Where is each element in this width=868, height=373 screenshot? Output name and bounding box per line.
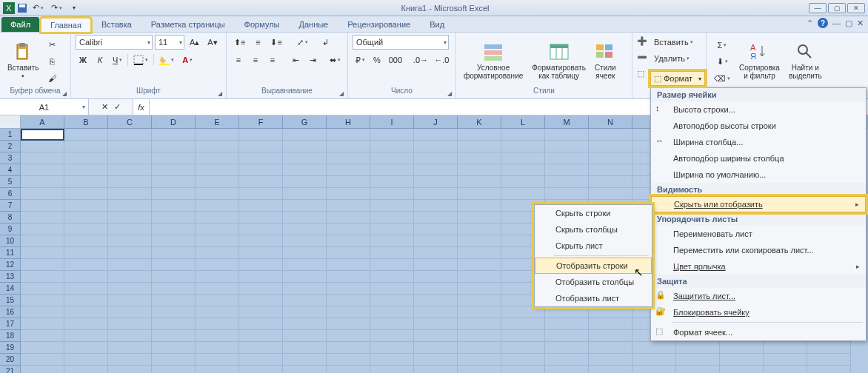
row-header[interactable]: 17	[0, 318, 21, 330]
col-header[interactable]: A	[21, 115, 64, 129]
menu-move-copy-sheet[interactable]: Переместить или скопировать лист...	[651, 242, 866, 258]
cell[interactable]	[370, 295, 414, 306]
cell[interactable]	[414, 152, 458, 164]
cell[interactable]	[458, 271, 501, 283]
row-header[interactable]: 18	[0, 330, 21, 342]
cell[interactable]	[283, 188, 327, 200]
cell[interactable]	[108, 354, 152, 366]
cell[interactable]	[676, 354, 720, 366]
cell[interactable]	[152, 164, 196, 176]
row-header[interactable]: 12	[0, 259, 21, 271]
font-launcher-icon[interactable]: ◢	[216, 89, 224, 98]
align-top-button[interactable]: ⬆≡	[231, 35, 248, 50]
cell[interactable]	[64, 330, 108, 342]
cell[interactable]	[327, 141, 370, 152]
cell[interactable]	[458, 129, 501, 141]
cell[interactable]	[545, 342, 589, 354]
cell[interactable]	[414, 235, 458, 247]
find-select-button[interactable]: Найти и выделить	[786, 34, 825, 87]
cell[interactable]	[414, 295, 458, 306]
cell[interactable]	[152, 188, 196, 200]
cell[interactable]	[501, 354, 545, 366]
row-header[interactable]: 15	[0, 295, 21, 306]
cell[interactable]	[108, 235, 152, 247]
cell[interactable]	[283, 200, 327, 212]
cell[interactable]	[108, 188, 152, 200]
cell[interactable]	[414, 188, 458, 200]
cell[interactable]	[64, 271, 108, 283]
cell[interactable]	[283, 306, 327, 318]
align-center-button[interactable]: ≡	[248, 53, 263, 67]
cell[interactable]	[283, 295, 327, 306]
cell[interactable]	[327, 306, 370, 318]
cell[interactable]	[414, 224, 458, 235]
cell[interactable]	[64, 318, 108, 330]
cell[interactable]	[589, 176, 632, 188]
cell[interactable]	[196, 330, 239, 342]
row-header[interactable]: 5	[0, 176, 21, 188]
cell[interactable]	[64, 247, 108, 259]
cell[interactable]	[327, 330, 370, 342]
menu-autofit-row[interactable]: Автоподбор высоты строки	[651, 118, 866, 134]
menu-default-width[interactable]: Ширина по умолчанию...	[651, 167, 866, 183]
cell[interactable]	[327, 295, 370, 306]
cell[interactable]	[458, 200, 501, 212]
cell[interactable]	[64, 176, 108, 188]
cell[interactable]	[370, 235, 414, 247]
cell[interactable]	[239, 164, 283, 176]
cell[interactable]	[458, 318, 501, 330]
row-header[interactable]: 14	[0, 283, 21, 295]
cell[interactable]	[327, 164, 370, 176]
cell[interactable]	[152, 354, 196, 366]
cell[interactable]	[196, 295, 239, 306]
cell[interactable]	[501, 306, 545, 318]
cell[interactable]	[283, 342, 327, 354]
inner-restore-button[interactable]: ▢	[845, 19, 852, 28]
cell[interactable]	[108, 295, 152, 306]
cell[interactable]	[64, 306, 108, 318]
cell[interactable]	[239, 152, 283, 164]
cell[interactable]	[64, 366, 108, 373]
col-header[interactable]: L	[501, 115, 545, 129]
cell[interactable]	[64, 295, 108, 306]
cell[interactable]	[152, 212, 196, 224]
cell[interactable]	[239, 129, 283, 141]
cell[interactable]	[152, 283, 196, 295]
row-header[interactable]: 20	[0, 354, 21, 366]
cell[interactable]	[64, 200, 108, 212]
cell[interactable]	[283, 366, 327, 373]
col-header[interactable]: F	[239, 115, 283, 129]
cell[interactable]	[458, 224, 501, 235]
cut-button[interactable]: ✂	[44, 38, 59, 53]
cell[interactable]	[152, 330, 196, 342]
increase-decimal-button[interactable]: .0→	[411, 53, 430, 67]
cell[interactable]	[545, 330, 589, 342]
cell[interactable]	[327, 235, 370, 247]
cell[interactable]	[21, 152, 64, 164]
tab-view[interactable]: Вид	[421, 17, 453, 32]
format-painter-button[interactable]: 🖌	[44, 71, 59, 86]
cell[interactable]	[545, 318, 589, 330]
cell[interactable]	[64, 188, 108, 200]
cell[interactable]	[64, 259, 108, 271]
cell[interactable]	[370, 176, 414, 188]
cell[interactable]	[807, 366, 851, 373]
cell[interactable]	[327, 152, 370, 164]
merge-button[interactable]: ⬌	[327, 53, 343, 67]
row-header[interactable]: 6	[0, 188, 21, 200]
wrap-text-button[interactable]: ↲	[318, 35, 333, 50]
row-header[interactable]: 2	[0, 141, 21, 152]
cell[interactable]	[283, 354, 327, 366]
row-header[interactable]: 3	[0, 152, 21, 164]
cell[interactable]	[108, 141, 152, 152]
cell[interactable]	[589, 342, 632, 354]
maximize-button[interactable]: ▢	[828, 3, 846, 13]
cell[interactable]	[239, 200, 283, 212]
cell[interactable]	[196, 141, 239, 152]
cell[interactable]	[501, 152, 545, 164]
cell[interactable]	[327, 354, 370, 366]
cell[interactable]	[720, 342, 764, 354]
redo-button[interactable]: ↷	[48, 1, 65, 16]
cell[interactable]	[196, 164, 239, 176]
italic-button[interactable]: К	[93, 53, 107, 67]
